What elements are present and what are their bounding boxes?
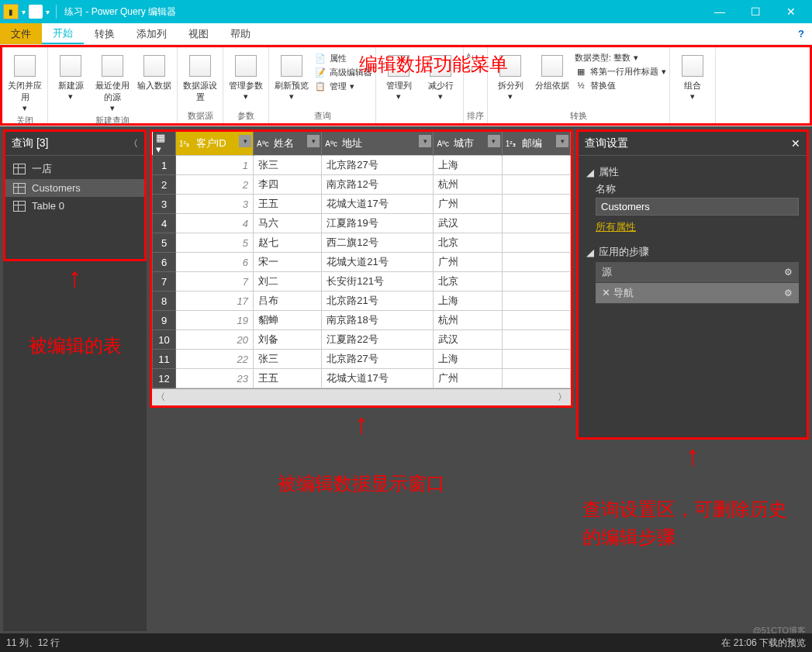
cell[interactable] <box>502 272 570 292</box>
cell[interactable]: 长安街121号 <box>322 272 434 292</box>
applied-step[interactable]: ✕ 导航⚙ <box>596 283 799 304</box>
recent-sources-button[interactable]: 最近使用的源▾ <box>93 52 132 113</box>
cell[interactable]: 武汉 <box>434 214 502 233</box>
cell[interactable]: 广州 <box>434 369 502 388</box>
cell[interactable]: 刘二 <box>254 272 322 292</box>
query-item[interactable]: Table 0 <box>5 197 144 215</box>
cell[interactable]: 刘备 <box>254 330 322 350</box>
cell[interactable]: 3 <box>176 195 254 214</box>
tab-file[interactable]: 文件 <box>0 23 42 44</box>
cell[interactable]: 西二旗12号 <box>322 233 434 253</box>
cell[interactable]: 张三 <box>254 350 322 369</box>
cell[interactable]: 花城大道17号 <box>322 195 434 214</box>
column-header[interactable]: 1²₃ 邮编▾ <box>502 132 570 156</box>
tab-help[interactable]: 帮助 <box>219 23 261 44</box>
cell[interactable]: 杭州 <box>434 311 502 330</box>
cell[interactable]: 北京路21号 <box>322 292 434 311</box>
new-source-button[interactable]: 新建源▾ <box>51 52 90 102</box>
column-header[interactable]: Aᴮc 城市▾ <box>434 132 502 156</box>
table-row[interactable]: 22李四南京路12号杭州 <box>153 175 571 195</box>
datasource-settings-button[interactable]: 数据源设置 <box>181 52 219 103</box>
cell[interactable] <box>502 175 570 195</box>
cell[interactable]: 上海 <box>434 292 502 311</box>
applied-step[interactable]: 源⚙ <box>596 262 799 283</box>
first-row-header-button[interactable]: ▦将第一行用作标题 ▾ <box>575 65 666 78</box>
table-row[interactable]: 77刘二长安街121号北京 <box>153 272 571 292</box>
all-properties-link[interactable]: 所有属性 <box>596 220 799 234</box>
cell[interactable]: 北京路27号 <box>322 350 434 369</box>
table-row[interactable]: 1020刘备江夏路22号武汉 <box>153 330 571 350</box>
minimize-button[interactable]: — <box>702 0 738 23</box>
cell[interactable]: 北京 <box>434 272 502 292</box>
cell[interactable]: 江夏路22号 <box>322 330 434 350</box>
cell[interactable]: 吕布 <box>254 292 322 311</box>
maximize-button[interactable]: ☐ <box>738 0 773 23</box>
close-button[interactable]: ✕ <box>773 0 809 23</box>
cell[interactable]: 江夏路19号 <box>322 214 434 233</box>
cell[interactable]: 杭州 <box>434 175 502 195</box>
queries-header[interactable]: 查询 [3]〈 <box>5 132 144 156</box>
cell[interactable]: 上海 <box>434 350 502 369</box>
cell[interactable] <box>502 214 570 233</box>
cell[interactable]: 6 <box>176 253 254 272</box>
filter-dropdown-icon[interactable]: ▾ <box>239 135 251 147</box>
table-row[interactable]: 44马六江夏路19号武汉 <box>153 214 571 233</box>
group-by-button[interactable]: 分组依据 <box>533 52 572 91</box>
cell[interactable]: 花城大道17号 <box>322 369 434 388</box>
cell[interactable]: 李四 <box>254 175 322 195</box>
combine-button[interactable]: 组合▾ <box>673 52 712 102</box>
close-apply-button[interactable]: 关闭并应用▾ <box>5 52 44 113</box>
cell[interactable]: 19 <box>176 311 254 330</box>
cell[interactable] <box>502 330 570 350</box>
tab-transform[interactable]: 转换 <box>84 23 126 44</box>
cell[interactable]: 王五 <box>254 369 322 388</box>
cell[interactable]: 1 <box>176 156 254 175</box>
cell[interactable]: 上海 <box>434 156 502 175</box>
gear-icon[interactable]: ⚙ <box>784 267 793 278</box>
name-field[interactable]: Customers <box>596 198 799 216</box>
table-row[interactable]: 33王五花城大道17号广州 <box>153 195 571 214</box>
cell[interactable]: 2 <box>176 175 254 195</box>
cell[interactable]: 7 <box>176 272 254 292</box>
cell[interactable]: 北京路27号 <box>322 156 434 175</box>
cell[interactable]: 广州 <box>434 195 502 214</box>
column-header[interactable]: Aᴮc 姓名▾ <box>254 132 322 156</box>
table-corner[interactable]: ▦ ▾ <box>153 132 176 156</box>
filter-dropdown-icon[interactable]: ▾ <box>556 135 568 147</box>
table-row[interactable]: 1122张三北京路27号上海 <box>153 350 571 369</box>
cell[interactable]: 宋一 <box>254 253 322 272</box>
column-header[interactable]: Aᴮc 地址▾ <box>322 132 434 156</box>
cell[interactable]: 北京 <box>434 233 502 253</box>
tab-view[interactable]: 视图 <box>178 23 219 44</box>
cell[interactable] <box>502 195 570 214</box>
manage-params-button[interactable]: 管理参数▾ <box>226 52 265 102</box>
save-icon[interactable] <box>29 5 43 19</box>
save-dropdown-icon[interactable]: ▾ <box>46 8 50 16</box>
table-row[interactable]: 919貂蝉南京路18号杭州 <box>153 311 571 330</box>
cell[interactable]: 武汉 <box>434 330 502 350</box>
cell[interactable]: 张三 <box>254 156 322 175</box>
cell[interactable]: 南京路18号 <box>322 311 434 330</box>
cell[interactable]: 马六 <box>254 214 322 233</box>
scroll-right-icon[interactable]: 〉 <box>555 391 569 405</box>
cell[interactable]: 南京路12号 <box>322 175 434 195</box>
qat-dropdown-icon[interactable]: ▾ <box>22 8 26 16</box>
column-header[interactable]: 1²₃ 客户ID▾ <box>176 132 254 156</box>
filter-dropdown-icon[interactable]: ▾ <box>419 135 431 147</box>
cell[interactable]: 貂蝉 <box>254 311 322 330</box>
cell[interactable] <box>502 311 570 330</box>
cell[interactable]: 23 <box>176 369 254 388</box>
cell[interactable] <box>502 350 570 369</box>
refresh-preview-button[interactable]: 刷新预览▾ <box>272 52 311 102</box>
cell[interactable]: 4 <box>176 214 254 233</box>
table-row[interactable]: 11张三北京路27号上海 <box>153 156 571 175</box>
datatype-button[interactable]: 数据类型: 整数 ▾ <box>575 52 666 64</box>
cell[interactable]: 17 <box>176 292 254 311</box>
cell[interactable]: 广州 <box>434 253 502 272</box>
gear-icon[interactable]: ⚙ <box>784 288 793 298</box>
cell[interactable]: 5 <box>176 233 254 253</box>
filter-dropdown-icon[interactable]: ▾ <box>307 135 320 147</box>
manage-button[interactable]: 📋管理 ▾ <box>314 80 372 92</box>
enter-data-button[interactable]: 输入数据 <box>135 52 174 91</box>
cell[interactable]: 花城大道21号 <box>322 253 434 272</box>
